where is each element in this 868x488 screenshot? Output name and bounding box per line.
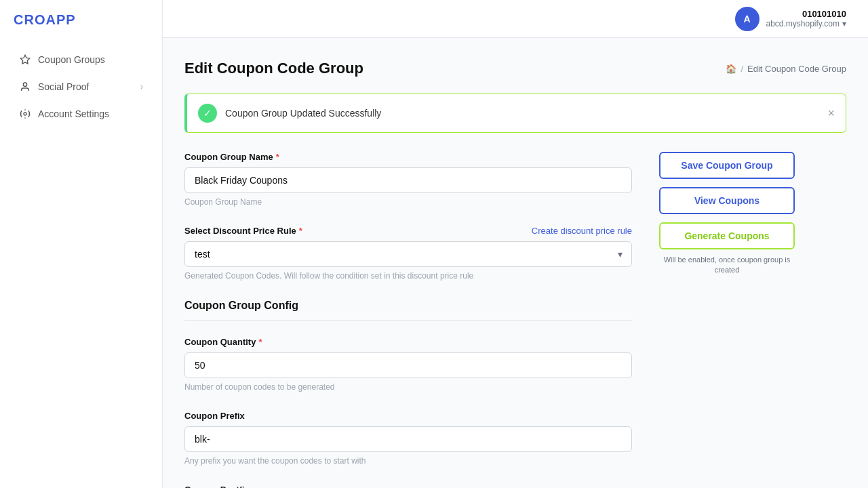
sidebar-nav: Coupon Groups Social Proof › Account Set… (0, 40, 162, 134)
user-details: 010101010 abcd.myshopify.com ▾ (766, 9, 847, 28)
create-discount-link[interactable]: Create discount price rule (532, 226, 632, 236)
star-icon (19, 54, 31, 66)
logo-text: CROAPP (14, 12, 76, 27)
prefix-hint: Any prefix you want the coupon codes to … (184, 456, 632, 466)
group-name-hint: Coupon Group Name (184, 197, 632, 207)
person-icon (19, 81, 31, 93)
user-shop: abcd.myshopify.com ▾ (766, 19, 847, 28)
sidebar-item-social-proof[interactable]: Social Proof › (5, 74, 157, 100)
breadcrumb-current: Edit Coupon Code Group (747, 64, 846, 74)
quantity-hint: Number of coupon codes to be generated (184, 382, 632, 392)
postfix-label: Coupon Postfix (184, 485, 632, 488)
generate-coupons-hint: Will be enabled, once coupon group is cr… (659, 255, 795, 276)
save-coupon-group-button[interactable]: Save Coupon Group (659, 152, 795, 179)
page-content: Edit Coupon Code Group 🏠 / Edit Coupon C… (163, 38, 868, 488)
form-section: Coupon Group Name * Coupon Group Name Se… (184, 152, 632, 488)
prefix-input[interactable] (184, 426, 632, 452)
select-label-row: Select Discount Price Rule * Create disc… (184, 226, 632, 236)
main-content: A 010101010 abcd.myshopify.com ▾ Edit Co… (163, 0, 868, 488)
sidebar-item-social-proof-label: Social Proof (38, 81, 89, 92)
user-name: 010101010 (766, 9, 847, 19)
prefix-field: Coupon Prefix Any prefix you want the co… (184, 411, 632, 466)
group-name-field: Coupon Group Name * Coupon Group Name (184, 152, 632, 207)
discount-rule-label: Select Discount Price Rule * (184, 226, 302, 236)
required-star-3: * (258, 337, 262, 347)
discount-rule-select[interactable]: test (184, 241, 632, 267)
check-icon: ✓ (198, 104, 217, 123)
discount-rule-select-wrapper: test ▾ (184, 241, 632, 267)
page-header: Edit Coupon Code Group 🏠 / Edit Coupon C… (184, 60, 846, 77)
alert-close-button[interactable]: × (827, 106, 835, 121)
success-alert: ✓ Coupon Group Updated Successfully × (184, 94, 846, 133)
sidebar: CROAPP Coupon Groups Social Proof › (0, 0, 163, 488)
chevron-down-icon: ▾ (842, 19, 846, 28)
sidebar-item-account-settings[interactable]: Account Settings (5, 101, 157, 127)
group-name-input[interactable] (184, 167, 632, 193)
action-section: Save Coupon Group View Coupons Generate … (659, 152, 795, 488)
sidebar-item-account-settings-label: Account Settings (38, 108, 109, 119)
config-section-heading: Coupon Group Config (184, 300, 632, 321)
required-star: * (276, 152, 279, 162)
group-name-label: Coupon Group Name * (184, 152, 632, 162)
svg-point-2 (24, 113, 26, 115)
required-star-2: * (299, 226, 302, 236)
app-logo: CROAPP (0, 0, 162, 40)
sidebar-item-coupon-groups[interactable]: Coupon Groups (5, 47, 157, 73)
discount-rule-hint: Generated Coupon Codes. Will follow the … (184, 271, 632, 281)
postfix-field: Coupon Postfix Any postfix you want the … (184, 485, 632, 488)
prefix-label: Coupon Prefix (184, 411, 632, 421)
svg-marker-0 (20, 55, 29, 64)
breadcrumb-separator: / (741, 64, 743, 74)
gear-icon (19, 108, 31, 120)
quantity-label: Coupon Quantity * (184, 337, 632, 347)
quantity-input[interactable] (184, 352, 632, 378)
generate-coupons-button[interactable]: Generate Coupons (659, 222, 795, 249)
avatar: A (735, 7, 760, 31)
chevron-right-icon: › (140, 82, 143, 92)
user-menu[interactable]: A 010101010 abcd.myshopify.com ▾ (735, 7, 847, 31)
content-row: Coupon Group Name * Coupon Group Name Se… (184, 152, 846, 488)
quantity-field: Coupon Quantity * Number of coupon codes… (184, 337, 632, 392)
view-coupons-button[interactable]: View Coupons (659, 187, 795, 214)
discount-rule-field: Select Discount Price Rule * Create disc… (184, 226, 632, 281)
topbar: A 010101010 abcd.myshopify.com ▾ (163, 0, 868, 38)
page-title: Edit Coupon Code Group (184, 60, 363, 77)
alert-message: Coupon Group Updated Successfully (225, 108, 827, 119)
svg-point-1 (23, 83, 26, 86)
breadcrumb: 🏠 / Edit Coupon Code Group (726, 64, 846, 74)
sidebar-item-coupon-groups-label: Coupon Groups (38, 54, 105, 65)
home-icon[interactable]: 🏠 (726, 64, 736, 74)
